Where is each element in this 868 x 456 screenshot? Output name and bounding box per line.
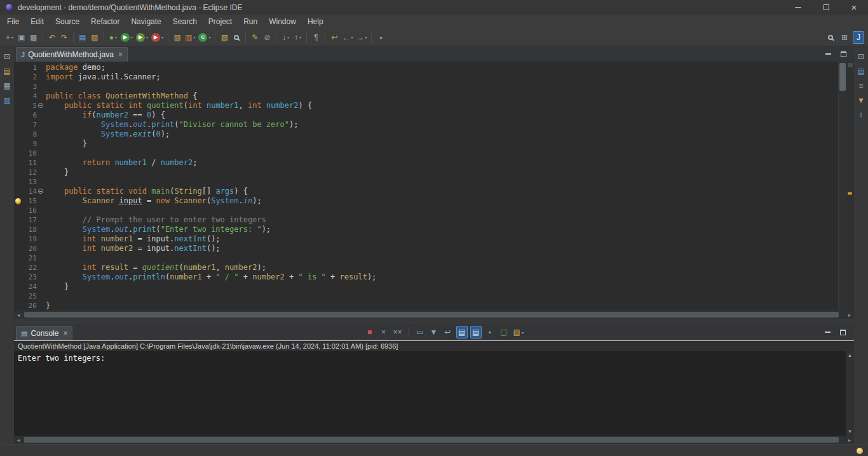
previous-annotation-dropdown-arrow-icon[interactable]: ▾ <box>299 35 301 39</box>
code-line[interactable]: 12 } <box>14 168 838 177</box>
new-class-dropdown-arrow-icon[interactable]: ▾ <box>208 35 210 39</box>
tab-console[interactable]: ▤ Console × <box>16 326 72 340</box>
code-line[interactable]: 24 } <box>14 282 838 292</box>
fold-marker-icon[interactable] <box>38 103 43 108</box>
warning-marker[interactable] <box>848 192 852 195</box>
scroll-left-icon[interactable]: ◂ <box>14 437 23 443</box>
remove-launch-button[interactable]: × <box>378 326 390 339</box>
run-dropdown-arrow-icon[interactable]: ▾ <box>131 35 133 39</box>
code-line[interactable]: 11 return number1 / number2; <box>14 158 838 168</box>
open-perspective-button[interactable]: ⊞ <box>839 31 850 44</box>
toggle-mark-occurrences-button[interactable]: ✎ <box>249 31 261 44</box>
new-java-project-button[interactable]: ▨ <box>172 31 183 44</box>
code-line[interactable]: 20 int number2 = input.nextInt(); <box>14 244 838 253</box>
code-line[interactable]: 6 if(number2 == 0) { <box>14 111 838 120</box>
code-line[interactable]: 22 int result = quotient(number1, number… <box>14 263 838 272</box>
code-editor[interactable]: 1package demo;2import java.util.Scanner;… <box>14 62 854 311</box>
last-edit-location-button[interactable]: ↩ <box>329 31 340 44</box>
code-line[interactable]: 10 <box>14 149 838 158</box>
minimize-window-button[interactable] <box>784 0 812 15</box>
console-vertical-scrollbar[interactable]: ▲ ▼ <box>846 351 854 436</box>
code-line[interactable]: 7 System.out.print("Divisor cannot be ze… <box>14 120 838 130</box>
close-editor-tab-icon[interactable]: × <box>118 51 123 58</box>
show-stderr-console-button[interactable]: ▤ <box>470 326 482 339</box>
java-perspective-button[interactable]: J <box>853 31 864 44</box>
code-line[interactable]: 14 public static void main(String[] args… <box>14 187 838 196</box>
snippets-button[interactable]: ▥ <box>2 95 12 105</box>
editor-vertical-scrollbar[interactable] <box>838 62 846 311</box>
display-selected-console-button[interactable]: ▢ <box>498 326 510 339</box>
scroll-lock-button[interactable]: ▼ <box>428 326 440 339</box>
next-annotation-dropdown-arrow-icon[interactable]: ▾ <box>287 35 289 39</box>
scroll-right-icon[interactable]: ▸ <box>845 312 854 318</box>
show-whitespace-button[interactable]: ¶ <box>310 31 322 44</box>
editor-horizontal-scrollbar[interactable]: ◂ ▸ <box>14 311 854 319</box>
menu-search[interactable]: Search <box>167 16 203 27</box>
skip-all-breakpoints-button[interactable]: ⊘ <box>261 31 273 44</box>
menu-navigate[interactable]: Navigate <box>125 16 166 27</box>
scroll-down-icon[interactable]: ▼ <box>848 429 853 434</box>
clear-console-button[interactable]: ▭ <box>414 326 426 339</box>
search-button[interactable] <box>231 31 242 44</box>
code-line[interactable]: 19 int number1 = input.nextInt(); <box>14 234 838 244</box>
minimize-editor-button[interactable] <box>822 48 834 60</box>
save-all-button[interactable]: ▩ <box>28 31 39 44</box>
code-line[interactable]: 23 System.out.println(number1 + " / " + … <box>14 272 838 282</box>
code-line[interactable]: 16 <box>14 206 838 215</box>
code-line[interactable]: 8 System.exit(0); <box>14 130 838 139</box>
debug-dropdown-arrow-icon[interactable]: ▾ <box>115 35 117 39</box>
open-type-button[interactable]: ▧ <box>89 31 100 44</box>
problems-button[interactable]: ▼ <box>856 95 866 105</box>
code-line[interactable]: 17 // Prompt the user to enter two integ… <box>14 215 838 225</box>
remove-all-launches-button[interactable]: ×× <box>392 326 403 339</box>
menu-file[interactable]: File <box>1 16 25 27</box>
notifications-icon[interactable] <box>857 448 863 454</box>
restore-views-button[interactable]: ⊡ <box>856 51 866 62</box>
external-tools-button[interactable]: ▶▾ <box>150 31 165 44</box>
scroll-up-icon[interactable]: ▲ <box>848 352 853 358</box>
find-actions-button[interactable] <box>825 31 836 44</box>
code-line[interactable]: 21 <box>14 253 838 263</box>
javadoc-button[interactable]: i <box>856 110 866 120</box>
code-line[interactable]: 5 public static int quotient(int number1… <box>14 101 838 111</box>
undo-button[interactable]: ↶ <box>46 31 58 44</box>
forward-button[interactable]: →▾ <box>355 31 368 44</box>
type-hierarchy-button[interactable]: ▦ <box>2 81 12 91</box>
console-horizontal-scrollbar[interactable]: ◂ ▸ <box>14 436 854 444</box>
editor-vertical-scrollbar-thumb[interactable] <box>839 63 846 91</box>
new-wizard-dropdown-arrow-icon[interactable]: ▾ <box>11 35 13 39</box>
console-output[interactable]: Enter two integers: <box>14 351 846 436</box>
pin-console-button[interactable]: ▪ <box>484 326 496 339</box>
code-line[interactable]: 18 System.out.print("Enter two integers:… <box>14 225 838 234</box>
scroll-left-icon[interactable]: ◂ <box>14 312 23 318</box>
editor-hscroll-track[interactable] <box>23 311 845 318</box>
coverage-dropdown-arrow-icon[interactable]: ▾ <box>146 35 148 39</box>
new-wizard-button[interactable]: +▾ <box>4 31 15 44</box>
editor-hscroll-thumb[interactable] <box>24 312 839 318</box>
restore-window-button[interactable] <box>812 0 840 15</box>
tab-quotientwithmethod-java[interactable]: J QuotientWithMethod.java × <box>16 47 128 62</box>
code-line[interactable]: 25 <box>14 292 838 301</box>
code-line[interactable]: 2import java.util.Scanner; <box>14 72 838 82</box>
close-console-tab-icon[interactable]: × <box>63 330 67 337</box>
fold-marker-icon[interactable] <box>38 189 43 194</box>
coverage-button[interactable]: ▶▾ <box>135 31 149 44</box>
run-button[interactable]: ▶▾ <box>119 31 134 44</box>
menu-edit[interactable]: Edit <box>25 16 50 27</box>
pin-editor-button[interactable]: ▪ <box>375 31 386 44</box>
maximize-console-button[interactable] <box>837 326 849 339</box>
code-line[interactable]: 4public class QuotientWithMethod { <box>14 91 838 101</box>
forward-dropdown-arrow-icon[interactable]: ▾ <box>365 35 367 39</box>
terminate-button[interactable]: ■ <box>364 326 376 339</box>
code-line[interactable]: 9 } <box>14 139 838 149</box>
scroll-right-icon[interactable]: ▸ <box>845 437 854 443</box>
code-line[interactable]: 3 <box>14 82 838 91</box>
maximize-editor-button[interactable] <box>837 48 849 60</box>
save-button[interactable]: ▣ <box>16 31 27 44</box>
menu-help[interactable]: Help <box>302 16 329 27</box>
code-line[interactable]: 15 Scanner input = new Scanner(System.in… <box>14 196 838 206</box>
word-wrap-button[interactable]: ↩ <box>442 326 454 339</box>
code-line[interactable]: 26} <box>14 301 838 311</box>
package-explorer-button[interactable]: ▤ <box>2 66 12 76</box>
previous-annotation-button[interactable]: ↑▾ <box>292 31 303 44</box>
